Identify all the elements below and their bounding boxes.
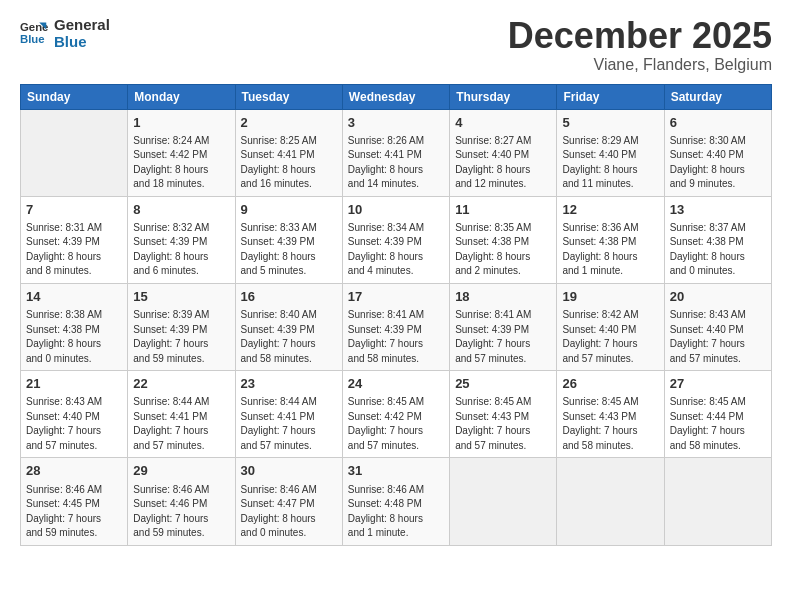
day-number: 25 (455, 375, 551, 393)
day-cell: 15Sunrise: 8:39 AM Sunset: 4:39 PM Dayli… (128, 283, 235, 370)
day-cell: 4Sunrise: 8:27 AM Sunset: 4:40 PM Daylig… (450, 109, 557, 196)
day-cell: 20Sunrise: 8:43 AM Sunset: 4:40 PM Dayli… (664, 283, 771, 370)
day-info: Sunrise: 8:30 AM Sunset: 4:40 PM Dayligh… (670, 134, 766, 192)
day-info: Sunrise: 8:24 AM Sunset: 4:42 PM Dayligh… (133, 134, 229, 192)
day-info: Sunrise: 8:38 AM Sunset: 4:38 PM Dayligh… (26, 308, 122, 366)
day-number: 17 (348, 288, 444, 306)
day-number: 29 (133, 462, 229, 480)
day-cell: 7Sunrise: 8:31 AM Sunset: 4:39 PM Daylig… (21, 196, 128, 283)
day-info: Sunrise: 8:44 AM Sunset: 4:41 PM Dayligh… (133, 395, 229, 453)
col-header-wednesday: Wednesday (342, 84, 449, 109)
logo-general: General (54, 16, 110, 33)
day-number: 2 (241, 114, 337, 132)
day-number: 11 (455, 201, 551, 219)
day-info: Sunrise: 8:40 AM Sunset: 4:39 PM Dayligh… (241, 308, 337, 366)
day-info: Sunrise: 8:44 AM Sunset: 4:41 PM Dayligh… (241, 395, 337, 453)
col-header-thursday: Thursday (450, 84, 557, 109)
day-number: 3 (348, 114, 444, 132)
day-info: Sunrise: 8:29 AM Sunset: 4:40 PM Dayligh… (562, 134, 658, 192)
day-number: 4 (455, 114, 551, 132)
day-number: 24 (348, 375, 444, 393)
week-row-1: 1Sunrise: 8:24 AM Sunset: 4:42 PM Daylig… (21, 109, 772, 196)
day-cell: 18Sunrise: 8:41 AM Sunset: 4:39 PM Dayli… (450, 283, 557, 370)
day-info: Sunrise: 8:46 AM Sunset: 4:47 PM Dayligh… (241, 483, 337, 541)
title-section: December 2025 Viane, Flanders, Belgium (508, 16, 772, 74)
day-number: 6 (670, 114, 766, 132)
day-number: 16 (241, 288, 337, 306)
day-info: Sunrise: 8:45 AM Sunset: 4:43 PM Dayligh… (455, 395, 551, 453)
day-cell: 30Sunrise: 8:46 AM Sunset: 4:47 PM Dayli… (235, 458, 342, 545)
svg-text:Blue: Blue (20, 33, 45, 45)
day-info: Sunrise: 8:46 AM Sunset: 4:46 PM Dayligh… (133, 483, 229, 541)
calendar-table: SundayMondayTuesdayWednesdayThursdayFrid… (20, 84, 772, 546)
day-info: Sunrise: 8:26 AM Sunset: 4:41 PM Dayligh… (348, 134, 444, 192)
day-cell: 16Sunrise: 8:40 AM Sunset: 4:39 PM Dayli… (235, 283, 342, 370)
day-cell: 12Sunrise: 8:36 AM Sunset: 4:38 PM Dayli… (557, 196, 664, 283)
day-number: 14 (26, 288, 122, 306)
col-header-saturday: Saturday (664, 84, 771, 109)
day-info: Sunrise: 8:43 AM Sunset: 4:40 PM Dayligh… (670, 308, 766, 366)
location-subtitle: Viane, Flanders, Belgium (508, 56, 772, 74)
day-info: Sunrise: 8:46 AM Sunset: 4:48 PM Dayligh… (348, 483, 444, 541)
day-cell: 3Sunrise: 8:26 AM Sunset: 4:41 PM Daylig… (342, 109, 449, 196)
day-number: 10 (348, 201, 444, 219)
day-info: Sunrise: 8:43 AM Sunset: 4:40 PM Dayligh… (26, 395, 122, 453)
day-cell: 24Sunrise: 8:45 AM Sunset: 4:42 PM Dayli… (342, 371, 449, 458)
day-info: Sunrise: 8:45 AM Sunset: 4:42 PM Dayligh… (348, 395, 444, 453)
day-cell: 9Sunrise: 8:33 AM Sunset: 4:39 PM Daylig… (235, 196, 342, 283)
col-header-sunday: Sunday (21, 84, 128, 109)
day-cell: 26Sunrise: 8:45 AM Sunset: 4:43 PM Dayli… (557, 371, 664, 458)
day-info: Sunrise: 8:41 AM Sunset: 4:39 PM Dayligh… (348, 308, 444, 366)
day-cell: 17Sunrise: 8:41 AM Sunset: 4:39 PM Dayli… (342, 283, 449, 370)
logo: General Blue General Blue (20, 16, 110, 51)
day-cell: 11Sunrise: 8:35 AM Sunset: 4:38 PM Dayli… (450, 196, 557, 283)
day-cell (664, 458, 771, 545)
day-info: Sunrise: 8:36 AM Sunset: 4:38 PM Dayligh… (562, 221, 658, 279)
day-number: 19 (562, 288, 658, 306)
day-cell: 31Sunrise: 8:46 AM Sunset: 4:48 PM Dayli… (342, 458, 449, 545)
day-cell: 27Sunrise: 8:45 AM Sunset: 4:44 PM Dayli… (664, 371, 771, 458)
day-cell: 29Sunrise: 8:46 AM Sunset: 4:46 PM Dayli… (128, 458, 235, 545)
day-cell: 19Sunrise: 8:42 AM Sunset: 4:40 PM Dayli… (557, 283, 664, 370)
day-cell: 10Sunrise: 8:34 AM Sunset: 4:39 PM Dayli… (342, 196, 449, 283)
day-number: 18 (455, 288, 551, 306)
day-cell: 14Sunrise: 8:38 AM Sunset: 4:38 PM Dayli… (21, 283, 128, 370)
logo-blue: Blue (54, 33, 110, 50)
day-number: 23 (241, 375, 337, 393)
day-number: 8 (133, 201, 229, 219)
day-cell: 5Sunrise: 8:29 AM Sunset: 4:40 PM Daylig… (557, 109, 664, 196)
day-cell: 23Sunrise: 8:44 AM Sunset: 4:41 PM Dayli… (235, 371, 342, 458)
day-info: Sunrise: 8:35 AM Sunset: 4:38 PM Dayligh… (455, 221, 551, 279)
day-cell (557, 458, 664, 545)
week-row-5: 28Sunrise: 8:46 AM Sunset: 4:45 PM Dayli… (21, 458, 772, 545)
day-info: Sunrise: 8:45 AM Sunset: 4:43 PM Dayligh… (562, 395, 658, 453)
day-number: 13 (670, 201, 766, 219)
day-cell: 22Sunrise: 8:44 AM Sunset: 4:41 PM Dayli… (128, 371, 235, 458)
col-header-monday: Monday (128, 84, 235, 109)
day-number: 27 (670, 375, 766, 393)
day-cell: 28Sunrise: 8:46 AM Sunset: 4:45 PM Dayli… (21, 458, 128, 545)
header: General Blue General Blue December 2025 … (20, 16, 772, 74)
day-info: Sunrise: 8:45 AM Sunset: 4:44 PM Dayligh… (670, 395, 766, 453)
day-number: 9 (241, 201, 337, 219)
day-info: Sunrise: 8:46 AM Sunset: 4:45 PM Dayligh… (26, 483, 122, 541)
day-cell: 25Sunrise: 8:45 AM Sunset: 4:43 PM Dayli… (450, 371, 557, 458)
day-number: 22 (133, 375, 229, 393)
day-cell: 6Sunrise: 8:30 AM Sunset: 4:40 PM Daylig… (664, 109, 771, 196)
week-row-4: 21Sunrise: 8:43 AM Sunset: 4:40 PM Dayli… (21, 371, 772, 458)
day-number: 31 (348, 462, 444, 480)
day-cell (450, 458, 557, 545)
day-info: Sunrise: 8:27 AM Sunset: 4:40 PM Dayligh… (455, 134, 551, 192)
day-number: 30 (241, 462, 337, 480)
day-cell: 8Sunrise: 8:32 AM Sunset: 4:39 PM Daylig… (128, 196, 235, 283)
day-info: Sunrise: 8:32 AM Sunset: 4:39 PM Dayligh… (133, 221, 229, 279)
col-header-tuesday: Tuesday (235, 84, 342, 109)
main-container: General Blue General Blue December 2025 … (0, 0, 792, 556)
day-number: 15 (133, 288, 229, 306)
day-number: 1 (133, 114, 229, 132)
day-cell: 1Sunrise: 8:24 AM Sunset: 4:42 PM Daylig… (128, 109, 235, 196)
day-cell: 2Sunrise: 8:25 AM Sunset: 4:41 PM Daylig… (235, 109, 342, 196)
day-number: 12 (562, 201, 658, 219)
day-cell: 13Sunrise: 8:37 AM Sunset: 4:38 PM Dayli… (664, 196, 771, 283)
day-number: 5 (562, 114, 658, 132)
